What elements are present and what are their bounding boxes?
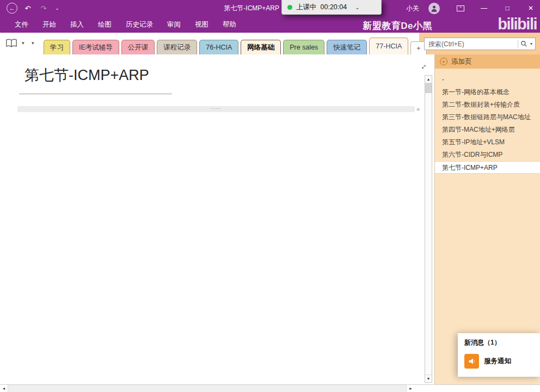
notification-title: 新消息（1） [464, 338, 533, 347]
notebook-dropdown-icon[interactable]: ▾ [22, 40, 24, 46]
window-title: 第七节-ICMP+ARP [224, 4, 279, 13]
notification-label: 服务通知 [484, 357, 511, 366]
menu-home[interactable]: 开始 [35, 16, 63, 33]
menu-view[interactable]: 视图 [188, 16, 216, 33]
add-page-plus-icon: + [440, 58, 447, 65]
fullscreen-expand-icon[interactable]: ↔ [416, 59, 429, 72]
timer-time: 00:20:04 [321, 3, 347, 11]
megaphone-icon [464, 354, 479, 369]
page-list: - 第一节-网络的基本概念 第二节-数据封装+传输介质 第三节-数据链路层与MA… [435, 69, 540, 174]
menu-insert[interactable]: 插入 [63, 16, 91, 33]
section-tab-pre-sales[interactable]: Pre sales [283, 40, 324, 54]
section-tab-network-basics[interactable]: 网络基础 [241, 40, 281, 54]
ribbon-options-icon: ⌃ [457, 5, 464, 11]
page-list-item[interactable]: 第三节-数据链路层与MAC地址 [435, 111, 540, 124]
section-tabs: 学习 IE考试辅导 公开课 课程记录 76-HCIA 网络基础 Pre sale… [44, 38, 429, 54]
page-list-item[interactable]: 第一节-网络的基本概念 [435, 86, 540, 99]
undo-icon[interactable]: ↶ [22, 3, 33, 14]
onenote-window: ← ↶ ↷ ⌄ 第七节-ICMP+ARP 小关 ⌃ — □ ✕ 上课中 00:2… [0, 0, 540, 392]
person-icon [430, 4, 438, 13]
close-button[interactable]: ✕ [521, 0, 540, 16]
outline-drag-handle[interactable]: ···· [17, 106, 415, 112]
search-box[interactable]: ▾ [424, 38, 536, 50]
outline-dots-icon: ···· [211, 106, 222, 111]
menu-file[interactable]: 文件 [8, 16, 35, 33]
section-tab-76-hcia[interactable]: 76-HCIA [199, 40, 238, 54]
section-tab-quick-notes[interactable]: 快速笔记 [327, 40, 367, 54]
section-tab-study[interactable]: 学习 [44, 40, 70, 54]
minimize-button[interactable]: — [475, 0, 493, 16]
timer-chevron-icon[interactable]: ⌄ [355, 4, 359, 10]
menu-history[interactable]: 历史记录 [119, 16, 160, 33]
timer-status: 上课中 [296, 3, 317, 12]
quick-access-customize-icon[interactable]: ⌄ [54, 3, 60, 14]
ribbon-display-options-button[interactable]: ⌃ [451, 0, 470, 16]
page-list-item-selected[interactable]: 第七节-ICMP+ARP [435, 161, 540, 174]
section-tabstrip: ▾ ▾ 学习 IE考试辅导 公开课 课程记录 76-HCIA 网络基础 Pre … [0, 33, 540, 54]
page-list-item[interactable]: 第六节-CIDR与ICMP [435, 149, 540, 161]
scroll-right-icon[interactable]: ► [407, 385, 415, 392]
add-page-button[interactable]: + 添加页 [435, 54, 540, 69]
search-icon[interactable] [518, 40, 530, 47]
menu-draw[interactable]: 绘图 [91, 16, 119, 33]
vertical-scrollbar[interactable]: ▲ ▼ [425, 75, 432, 383]
scroll-down-icon[interactable]: ▼ [425, 375, 432, 382]
scroll-up-icon[interactable]: ▲ [425, 76, 432, 83]
user-name[interactable]: 小关 [406, 4, 419, 13]
outline-resize-handle[interactable]: ‹› [416, 106, 419, 112]
search-input[interactable] [425, 40, 518, 48]
watermark-text: 新盟教育De小黑 [363, 20, 432, 32]
horizontal-scrollbar[interactable]: ◄ ► [0, 384, 540, 392]
page-list-item[interactable]: 第二节-数据封装+传输介质 [435, 99, 540, 111]
page-list-item[interactable]: 第四节-MAC地址+网络层 [435, 124, 540, 136]
section-tab-ie-exam[interactable]: IE考试辅导 [72, 40, 119, 54]
vscroll-thumb[interactable] [425, 83, 432, 93]
hscroll-thumb[interactable] [8, 385, 407, 392]
notification-popup[interactable]: 新消息（1） 服务通知 [458, 333, 540, 377]
titlebar: ← ↶ ↷ ⌄ 第七节-ICMP+ARP 小关 ⌃ — □ ✕ [0, 0, 540, 16]
search-scope-dropdown-icon[interactable]: ▾ [530, 41, 535, 46]
bilibili-logo: bilibili [498, 15, 537, 33]
notification-item[interactable]: 服务通知 [464, 354, 533, 369]
menu-review[interactable]: 审阅 [160, 16, 188, 33]
ribbon-menubar: 文件 开始 插入 绘图 历史记录 审阅 视图 帮助 [0, 16, 540, 33]
title-underline [19, 94, 172, 94]
class-timer-overlay[interactable]: 上课中 00:20:04 ⌄ [281, 0, 382, 15]
page-title[interactable]: 第七节-ICMP+ARP [24, 65, 149, 85]
back-icon[interactable]: ← [7, 3, 17, 14]
page-canvas[interactable]: ↔ 第七节-ICMP+ARP ···· ‹› ▲ ▼ [0, 54, 434, 384]
redo-icon[interactable]: ↷ [38, 3, 49, 14]
page-list-item[interactable]: 第五节-IP地址+VLSM [435, 136, 540, 149]
recording-dot-icon [287, 5, 292, 10]
avatar[interactable] [428, 3, 440, 14]
section-tab-77-hcia[interactable]: 77-HCIA [369, 38, 408, 54]
sections-dropdown-icon[interactable]: ▾ [32, 40, 34, 46]
notebook-icon[interactable] [5, 39, 17, 48]
page-list-item[interactable]: - [435, 74, 540, 86]
menu-help[interactable]: 帮助 [216, 16, 243, 33]
section-tab-open-class[interactable]: 公开课 [121, 40, 155, 54]
scroll-left-icon[interactable]: ◄ [0, 385, 8, 392]
maximize-button[interactable]: □ [498, 0, 517, 16]
add-page-label: 添加页 [451, 57, 472, 66]
section-tab-course-records[interactable]: 课程记录 [157, 40, 197, 54]
